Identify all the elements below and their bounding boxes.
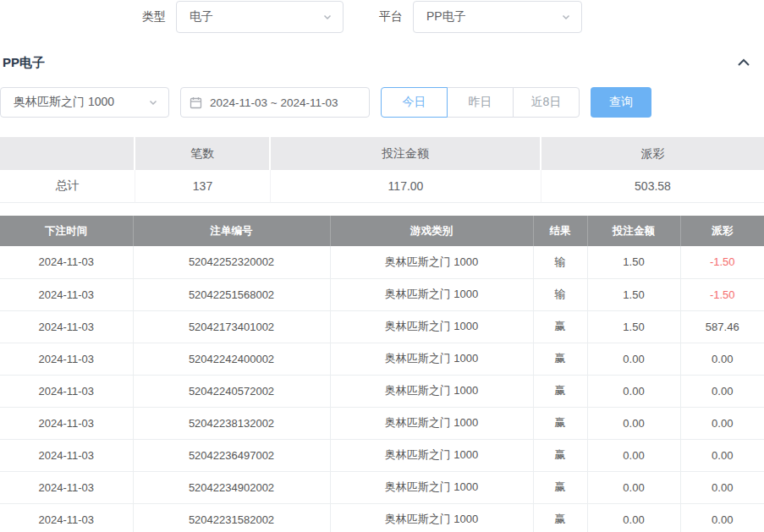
chevron-up-icon[interactable] <box>737 58 750 68</box>
summary-amount-value: 117.00 <box>271 170 541 203</box>
bet-time-cell: 2024-11-03 <box>0 375 133 407</box>
summary-header-count: 笔数 <box>135 137 271 170</box>
bet-amount-cell: 0.00 <box>587 343 680 375</box>
platform-select[interactable]: PP电子 <box>413 1 582 33</box>
bet-time-cell: 2024-11-03 <box>0 471 133 503</box>
platform-select-value: PP电子 <box>426 9 466 25</box>
bet-id-cell: 52042231582002 <box>133 503 330 532</box>
bet-amount-cell: 0.00 <box>587 375 680 407</box>
game-category-cell: 奥林匹斯之门 1000 <box>330 471 533 503</box>
table-row: 2024-11-0352042252320002奥林匹斯之门 1000输1.50… <box>0 246 764 278</box>
section-header: PP电子 <box>0 54 764 71</box>
bet-id-cell: 52042238132002 <box>133 407 330 439</box>
bet-time-cell: 2024-11-03 <box>0 503 133 532</box>
game-category-header: 游戏类别 <box>330 216 533 246</box>
calendar-icon <box>190 96 202 109</box>
game-select-value: 奥林匹斯之门 1000 <box>14 95 114 110</box>
table-row: 2024-11-0352042236497002奥林匹斯之门 1000赢0.00… <box>0 439 764 471</box>
bet-time-cell: 2024-11-03 <box>0 407 133 439</box>
platform-label: 平台 <box>379 9 403 25</box>
chevron-down-icon <box>148 97 158 107</box>
bet-id-cell: 52042240572002 <box>133 375 330 407</box>
bet-id-cell: 52042173401002 <box>133 310 330 343</box>
table-row: 2024-11-0352042238132002奥林匹斯之门 1000赢0.00… <box>0 407 764 439</box>
bet-amount-header: 投注金额 <box>587 216 680 246</box>
payout-cell: 0.00 <box>680 375 764 407</box>
game-category-cell: 奥林匹斯之门 1000 <box>330 375 533 407</box>
bet-time-header: 下注时间 <box>0 216 133 246</box>
bet-id-cell: 52042234902002 <box>133 471 330 503</box>
summary-header-row: 笔数 投注金额 派彩 <box>0 137 764 170</box>
section-title: PP电子 <box>3 55 45 71</box>
result-header: 结果 <box>533 216 587 246</box>
payout-cell: 0.00 <box>680 407 764 439</box>
result-cell: 赢 <box>533 375 587 407</box>
payout-cell: 587.46 <box>680 310 764 343</box>
table-row: 2024-11-0352042231582002奥林匹斯之门 1000赢0.00… <box>0 503 764 532</box>
game-select[interactable]: 奥林匹斯之门 1000 <box>0 87 169 118</box>
game-category-cell: 奥林匹斯之门 1000 <box>330 503 533 532</box>
type-select-value: 电子 <box>190 9 213 25</box>
today-button[interactable]: 今日 <box>381 87 448 118</box>
result-cell: 输 <box>533 278 587 310</box>
payout-cell: -1.50 <box>680 278 764 310</box>
result-cell: 赢 <box>533 407 587 439</box>
summary-count-value: 137 <box>135 170 271 203</box>
bet-amount-cell: 0.00 <box>587 407 680 439</box>
date-range-input[interactable]: 2024-11-03 ~ 2024-11-03 <box>180 87 370 118</box>
result-cell: 赢 <box>533 343 587 375</box>
chevron-down-icon <box>322 12 333 22</box>
bet-id-header: 注单编号 <box>133 216 330 246</box>
bet-id-cell: 52042242400002 <box>133 343 330 375</box>
table-row: 2024-11-0352042251568002奥林匹斯之门 1000输1.50… <box>0 278 764 310</box>
table-row: 2024-11-0352042173401002奥林匹斯之门 1000赢1.50… <box>0 310 764 343</box>
game-category-cell: 奥林匹斯之门 1000 <box>330 278 533 310</box>
result-cell: 赢 <box>533 471 587 503</box>
summary-header-empty <box>0 137 135 170</box>
summary-total-row: 总计 137 117.00 503.58 <box>0 170 764 203</box>
bet-amount-cell: 1.50 <box>587 278 680 310</box>
summary-payout-value: 503.58 <box>541 170 764 203</box>
game-category-cell: 奥林匹斯之门 1000 <box>330 407 533 439</box>
date-range-value: 2024-11-03 ~ 2024-11-03 <box>210 96 338 109</box>
bet-id-cell: 52042252320002 <box>133 246 330 278</box>
summary-header-payout: 派彩 <box>541 137 764 170</box>
payout-cell: -1.50 <box>680 246 764 278</box>
result-cell: 赢 <box>533 439 587 471</box>
search-button[interactable]: 查询 <box>591 87 651 118</box>
result-cell: 输 <box>533 246 587 278</box>
type-select[interactable]: 电子 <box>176 1 344 33</box>
result-cell: 赢 <box>533 503 587 532</box>
payout-cell: 0.00 <box>680 503 764 532</box>
table-row: 2024-11-0352042240572002奥林匹斯之门 1000赢0.00… <box>0 375 764 407</box>
game-category-cell: 奥林匹斯之门 1000 <box>330 310 533 343</box>
payout-cell: 0.00 <box>680 471 764 503</box>
bet-amount-cell: 1.50 <box>587 246 680 278</box>
bet-time-cell: 2024-11-03 <box>0 278 133 310</box>
bet-table-header-row: 下注时间 注单编号 游戏类别 结果 投注金额 派彩 <box>0 216 764 246</box>
payout-cell: 0.00 <box>680 343 764 375</box>
table-row: 2024-11-0352042234902002奥林匹斯之门 1000赢0.00… <box>0 471 764 503</box>
bet-amount-cell: 0.00 <box>587 503 680 532</box>
summary-header-amount: 投注金额 <box>271 137 541 170</box>
bet-table: 下注时间 注单编号 游戏类别 结果 投注金额 派彩 2024-11-035204… <box>0 216 764 532</box>
bet-amount-cell: 0.00 <box>587 471 680 503</box>
quick-range-group: 今日 昨日 近8日 <box>381 87 580 118</box>
bet-amount-cell: 0.00 <box>587 439 680 471</box>
bet-time-cell: 2024-11-03 <box>0 246 133 278</box>
table-row: 2024-11-0352042242400002奥林匹斯之门 1000赢0.00… <box>0 343 764 375</box>
bet-id-cell: 52042251568002 <box>133 278 330 310</box>
bet-time-cell: 2024-11-03 <box>0 343 133 375</box>
game-category-cell: 奥林匹斯之门 1000 <box>330 343 533 375</box>
payout-cell: 0.00 <box>680 439 764 471</box>
summary-table: 笔数 投注金额 派彩 总计 137 117.00 503.58 <box>0 137 764 203</box>
bet-amount-cell: 1.50 <box>587 310 680 343</box>
filter-bar: 奥林匹斯之门 1000 2024-11-03 ~ 2024-11-03 今日 昨… <box>0 87 764 118</box>
type-label: 类型 <box>142 9 166 25</box>
yesterday-button[interactable]: 昨日 <box>447 87 514 118</box>
chevron-down-icon <box>561 12 571 22</box>
payout-header: 派彩 <box>680 216 764 246</box>
bet-time-cell: 2024-11-03 <box>0 439 133 471</box>
result-cell: 赢 <box>533 310 587 343</box>
last-8-days-button[interactable]: 近8日 <box>513 87 580 118</box>
